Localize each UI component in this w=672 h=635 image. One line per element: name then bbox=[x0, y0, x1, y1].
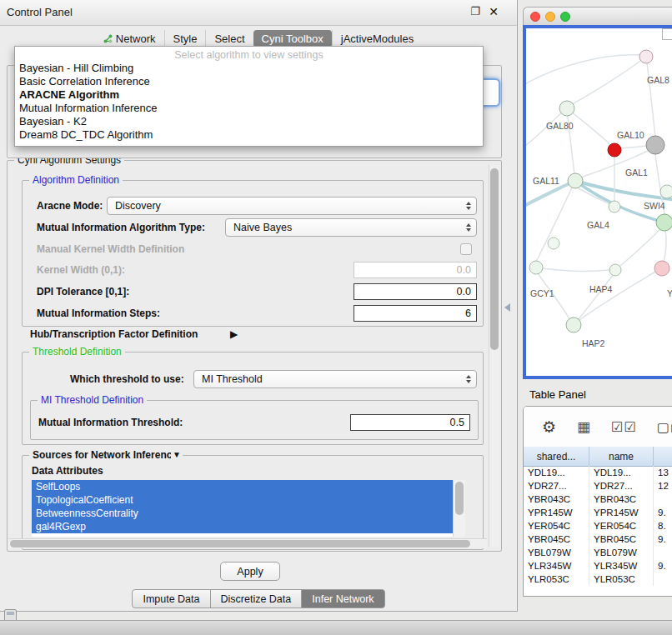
close-traffic-icon[interactable] bbox=[530, 12, 540, 22]
attributes-list-scrollbar[interactable] bbox=[453, 480, 465, 537]
attribute-item-topologicalcoefficient[interactable]: TopologicalCoefficient bbox=[32, 493, 453, 507]
which-threshold-select[interactable]: MI Threshold bbox=[193, 370, 477, 388]
network-node[interactable] bbox=[609, 201, 620, 212]
window-title: Control Panel bbox=[7, 6, 73, 18]
settings-vertical-scrollbar[interactable] bbox=[489, 165, 499, 547]
tab-style[interactable]: Style bbox=[164, 30, 206, 48]
attribute-item-betweennesscentrality[interactable]: BetweennessCentrality bbox=[32, 507, 453, 520]
kernel-width-field[interactable]: 0.0 bbox=[354, 262, 477, 278]
network-node-label: HAP2 bbox=[582, 338, 605, 348]
expand-right-triangle-icon[interactable]: ▶ bbox=[230, 328, 238, 340]
network-node[interactable] bbox=[609, 264, 621, 276]
network-node[interactable] bbox=[660, 185, 672, 198]
combo-arrows-icon bbox=[466, 219, 471, 236]
threshold-definition-title: Threshold Definition bbox=[29, 346, 125, 358]
algorithm-option-bayesian-hill-climbing[interactable]: Bayesian - Hill Climbing bbox=[15, 62, 483, 75]
settings-horizontal-scrollbar[interactable] bbox=[8, 538, 487, 548]
scrollbar-thumb[interactable] bbox=[490, 168, 499, 350]
network-node[interactable] bbox=[608, 143, 621, 157]
mi-type-value: Naive Bayes bbox=[233, 222, 292, 233]
column-header[interactable]: shared... bbox=[524, 447, 589, 466]
network-node[interactable] bbox=[646, 136, 664, 154]
manual-kernel-checkbox[interactable] bbox=[460, 243, 472, 255]
dpi-tolerance-field[interactable]: 0.0 bbox=[354, 283, 477, 300]
data-attributes-list: SelfLoopsTopologicalCoefficientBetweenne… bbox=[32, 480, 464, 537]
mi-threshold-field[interactable]: 0.5 bbox=[350, 414, 470, 431]
network-edge bbox=[567, 108, 610, 145]
tab-select[interactable]: Select bbox=[205, 30, 253, 48]
select-all-icon[interactable]: ☑☑ bbox=[611, 419, 637, 435]
network-edge bbox=[578, 275, 613, 320]
algorithm-option-aracne-algorithm[interactable]: ARACNE Algorithm bbox=[15, 88, 483, 102]
mi-steps-field[interactable]: 6 bbox=[354, 305, 477, 322]
sources-group-title[interactable]: Sources for Network Inference bbox=[29, 449, 181, 461]
table-row[interactable]: YDL19...YDL19...13 bbox=[524, 466, 672, 479]
tab-cyni-toolbox[interactable]: Cyni Toolbox bbox=[253, 30, 332, 48]
algorithm-option-basic-correlation-inference[interactable]: Basic Correlation Inference bbox=[15, 75, 483, 88]
network-canvas[interactable]: GAL8GAL80GAL10GAL11GAL1SWI4GAL4GCY1HAP4Y… bbox=[526, 28, 672, 376]
bottom-status-strip bbox=[0, 620, 672, 635]
column-header[interactable] bbox=[654, 447, 672, 466]
mi-algorithm-type-select[interactable]: Naive Bayes bbox=[225, 218, 477, 237]
tab-jactivemodules[interactable]: jActiveModules bbox=[332, 30, 422, 48]
network-node-label: GAL80 bbox=[546, 121, 574, 131]
apply-button[interactable]: Apply bbox=[220, 562, 280, 581]
network-node-label: GAL10 bbox=[617, 130, 644, 140]
table-row[interactable]: YPR145WYPR145W9. bbox=[524, 506, 672, 519]
column-header[interactable]: name bbox=[589, 447, 654, 466]
control-panel-window: Control Panel ❐ ✕ NetworkStyleSelectCyni… bbox=[0, 0, 518, 612]
table-row[interactable]: YDR27...YDR27...12 bbox=[524, 479, 672, 492]
table-row[interactable]: YBR045CYBR045C9. bbox=[524, 532, 672, 546]
close-icon[interactable]: ✕ bbox=[489, 5, 499, 18]
table-row[interactable]: YBL079WYBL079W bbox=[524, 546, 672, 559]
network-node[interactable] bbox=[654, 261, 669, 276]
table-row[interactable]: YLR053CYLR053C bbox=[524, 572, 672, 586]
gear-icon[interactable]: ⚙ bbox=[542, 418, 557, 437]
tab-label: Style bbox=[173, 32, 198, 45]
network-node[interactable] bbox=[566, 318, 581, 332]
collapse-down-triangle-icon[interactable]: ▼ bbox=[171, 450, 183, 459]
which-threshold-label: Which threshold to use: bbox=[70, 373, 184, 385]
table-row[interactable]: YBR043CYBR043C bbox=[524, 492, 672, 506]
algorithm-option-bayesian-k2[interactable]: Bayesian - K2 bbox=[15, 115, 483, 128]
network-node-label: SWI4 bbox=[644, 201, 665, 211]
zoom-traffic-icon[interactable] bbox=[560, 12, 570, 22]
aracne-mode-value: Discovery bbox=[115, 200, 161, 212]
network-node[interactable] bbox=[548, 238, 559, 249]
bottom-tab-discretize-data[interactable]: Discretize Data bbox=[210, 589, 303, 608]
algorithm-definition-title: Algorithm Definition bbox=[29, 174, 123, 186]
minimize-traffic-icon[interactable] bbox=[545, 12, 555, 22]
splitter-collapse-arrow[interactable] bbox=[504, 303, 510, 312]
network-node[interactable] bbox=[639, 50, 653, 63]
table-cell: YBL079W bbox=[524, 546, 589, 559]
table-cell: YBL079W bbox=[589, 546, 654, 559]
scrollbar-thumb[interactable] bbox=[10, 540, 470, 548]
table-header-row: shared...name bbox=[524, 447, 672, 467]
float-window-icon[interactable]: ❐ bbox=[470, 5, 480, 18]
clear-selection-icon[interactable]: ▢▢ bbox=[657, 419, 672, 435]
network-node[interactable] bbox=[529, 261, 543, 274]
algorithm-option-mutual-information-inference[interactable]: Mutual Information Inference bbox=[15, 102, 483, 115]
network-edge bbox=[620, 146, 647, 148]
algorithm-option-dream8-dc-tdc-algorithm[interactable]: Dream8 DC_TDC Algorithm bbox=[15, 128, 483, 142]
tab-network[interactable]: Network bbox=[95, 30, 164, 48]
network-node[interactable] bbox=[568, 173, 583, 188]
attribute-item-gal4rgexp[interactable]: gal4RGexp bbox=[32, 520, 453, 533]
attribute-item-selfloops[interactable]: SelfLoops bbox=[32, 480, 453, 493]
bottom-tab-infer-network[interactable]: Infer Network bbox=[301, 589, 384, 608]
network-edge bbox=[526, 55, 639, 83]
bottom-tab-impute-data[interactable]: Impute Data bbox=[132, 589, 210, 608]
table-panel-title: Table Panel bbox=[529, 388, 586, 401]
columns-icon[interactable]: ▦ bbox=[577, 418, 591, 436]
hub-definition-label[interactable]: Hub/Transcription Factor Definition bbox=[30, 328, 198, 340]
table-cell bbox=[654, 546, 672, 559]
kernel-width-label: Kernel Width (0,1): bbox=[37, 264, 125, 276]
table-cell: 9. bbox=[654, 506, 672, 519]
table-row[interactable]: YER054CYER054C8. bbox=[524, 519, 672, 532]
table-row[interactable]: YLR345WYLR345W9. bbox=[524, 559, 672, 572]
network-node[interactable] bbox=[559, 101, 574, 116]
scrollbar-thumb[interactable] bbox=[455, 482, 464, 515]
network-node[interactable] bbox=[656, 214, 672, 231]
network-node-label: GAL1 bbox=[625, 168, 648, 178]
aracne-mode-select[interactable]: Discovery bbox=[107, 197, 477, 215]
